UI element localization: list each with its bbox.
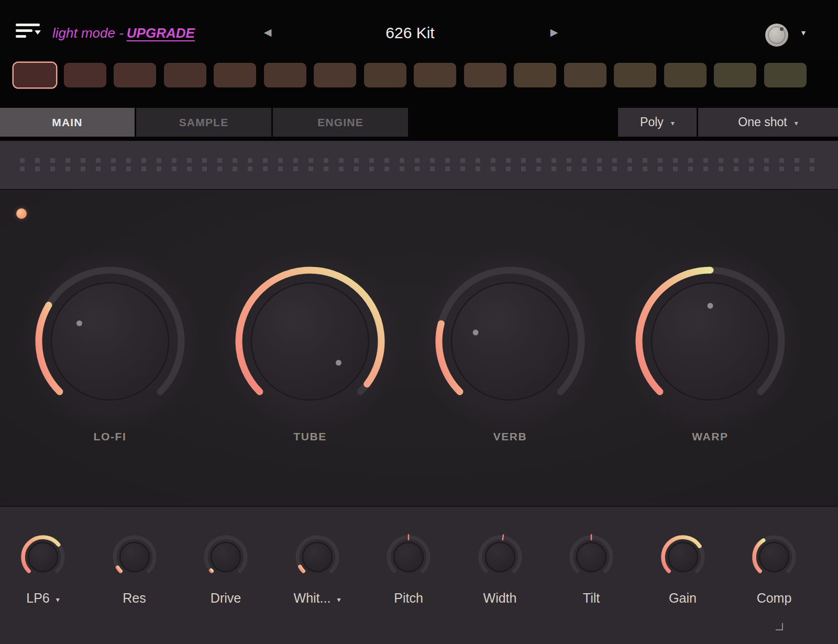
fx-panel: LO-FITUBEVERBWARP [0, 190, 838, 506]
pad-11[interactable] [514, 63, 556, 87]
gain-label: Gain [669, 591, 697, 606]
macro-warp: WARP [632, 263, 789, 443]
pad-2[interactable] [64, 63, 106, 87]
chevron-down-icon: ▾ [795, 117, 798, 127]
voice-mode-dropdown[interactable]: Poly ▾ [618, 108, 697, 137]
chevron-down-icon: ▾ [671, 117, 675, 127]
res-label: Res [123, 591, 146, 606]
mini-lp6: LP6▾ [14, 531, 72, 606]
tab-main[interactable]: MAIN [0, 108, 135, 137]
tab-bar: MAIN SAMPLE ENGINE Poly ▾ One shot ▾ [0, 108, 838, 137]
drive-label: Drive [211, 591, 241, 606]
mini-knob-row: LP6▾ResDriveWhit...▾PitchWidthTiltGainCo… [14, 531, 803, 606]
pad-16[interactable] [764, 63, 807, 87]
mini-res: Res [106, 531, 163, 606]
pad-5[interactable] [214, 63, 256, 87]
warp-knob[interactable] [632, 263, 789, 420]
lp6-knob[interactable] [17, 531, 69, 583]
macro-verb: VERB [432, 263, 589, 443]
pad-12[interactable] [564, 63, 607, 87]
pitch-label: Pitch [394, 591, 423, 606]
waveform-display[interactable] [0, 141, 838, 189]
drive-knob[interactable] [200, 531, 252, 583]
trigger-mode-dropdown[interactable]: One shot ▾ [698, 108, 838, 137]
comp-knob[interactable] [748, 531, 800, 583]
comp-label: Comp [757, 591, 792, 606]
tilt-knob[interactable] [565, 531, 618, 583]
mini-tilt: Tilt [563, 531, 620, 606]
pad-9[interactable] [414, 63, 456, 87]
macro-tube: TUBE [231, 263, 389, 443]
waveform-dots [20, 166, 820, 171]
tab-sample[interactable]: SAMPLE [136, 108, 271, 137]
pad-15[interactable] [714, 63, 756, 87]
mini-comp: Comp [745, 531, 803, 606]
chevron-down-icon[interactable]: ▾ [801, 28, 806, 38]
tilt-label: Tilt [583, 591, 600, 606]
pitch-knob[interactable] [382, 531, 435, 583]
mini-width: Width [471, 531, 529, 606]
tube-label: TUBE [293, 430, 327, 443]
next-kit-button[interactable]: ▶ [545, 26, 563, 38]
gain-knob[interactable] [657, 531, 709, 583]
pad-14[interactable] [664, 63, 707, 87]
mini-gain: Gain [654, 531, 712, 606]
waveform-dots [20, 158, 820, 163]
width-knob[interactable] [474, 531, 526, 583]
lp6-label[interactable]: LP6 [26, 591, 49, 606]
mini-drive: Drive [197, 531, 255, 606]
pad-3[interactable] [114, 63, 156, 87]
macro-lo-fi: LO-FI [31, 263, 189, 443]
pad-grid [14, 63, 807, 89]
tab-engine[interactable]: ENGINE [273, 108, 408, 137]
plugin-window: light mode -UPGRADE ◀ 626 Kit ▶ ▾ MAIN S… [0, 0, 838, 644]
trigger-mode-value: One shot [738, 115, 787, 129]
resize-grip-icon[interactable] [776, 623, 783, 630]
output-knob-icon[interactable] [765, 24, 788, 47]
pad-8[interactable] [364, 63, 406, 87]
lo-fi-knob[interactable] [31, 263, 189, 420]
kit-title[interactable]: 626 Kit [0, 24, 820, 42]
mini-pitch: Pitch [380, 531, 437, 606]
bottom-bar: LP6▾ResDriveWhit...▾PitchWidthTiltGainCo… [0, 506, 838, 644]
fx-led[interactable] [16, 208, 27, 219]
whit-label[interactable]: Whit... [294, 591, 331, 606]
res-knob[interactable] [108, 531, 161, 583]
verb-label: VERB [493, 430, 527, 443]
pad-10[interactable] [464, 63, 506, 87]
lo-fi-label: LO-FI [94, 430, 127, 443]
width-label: Width [483, 591, 517, 606]
macro-knob-row: LO-FITUBEVERBWARP [31, 263, 789, 443]
warp-label: WARP [692, 430, 728, 443]
tube-knob[interactable] [231, 263, 389, 420]
top-bar: light mode -UPGRADE ◀ 626 Kit ▶ ▾ [0, 0, 838, 62]
chevron-down-icon[interactable]: ▾ [337, 593, 340, 604]
chevron-down-icon[interactable]: ▾ [56, 593, 60, 604]
voice-mode-value: Poly [640, 115, 664, 129]
pad-6[interactable] [264, 63, 306, 87]
pad-7[interactable] [314, 63, 356, 87]
pad-1[interactable] [14, 63, 56, 87]
pad-4[interactable] [164, 63, 206, 87]
whit-knob[interactable] [291, 531, 344, 583]
verb-knob[interactable] [432, 263, 589, 420]
mini-whit: Whit...▾ [289, 531, 346, 606]
pad-13[interactable] [614, 63, 656, 87]
